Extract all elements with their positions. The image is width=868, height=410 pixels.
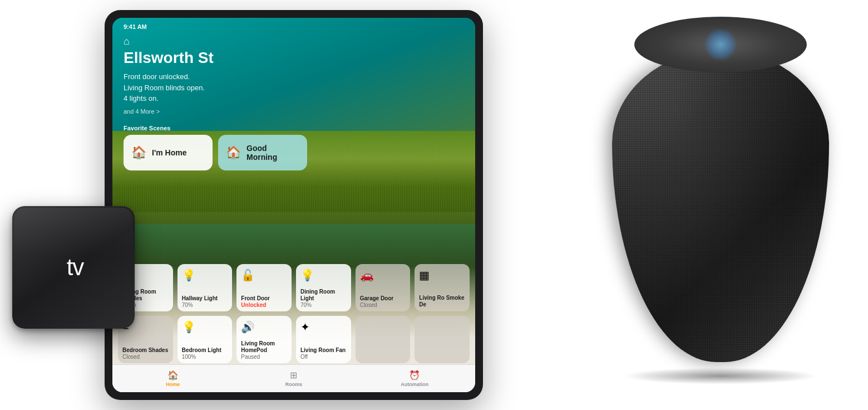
- favorite-scenes-label: Favorite Scenes: [124, 125, 170, 131]
- bedroom-light-name: Bedroom Light: [182, 347, 228, 354]
- homepod-icon: 🔊: [241, 320, 287, 334]
- im-home-label: I'm Home: [152, 148, 186, 157]
- bedroom-light-icon: 💡: [182, 320, 228, 334]
- home-subtitle: Front door unlocked. Living Room blinds …: [124, 71, 205, 104]
- tab-rooms[interactable]: ⊞ Rooms: [233, 370, 354, 387]
- good-morning-label: Good Morning: [246, 144, 299, 162]
- homepod-name: Living Room HomePod: [241, 340, 287, 354]
- front-door-name: Front Door: [241, 295, 287, 302]
- scene-cards: 🏠 I'm Home 🏠 Good Morning: [124, 135, 307, 170]
- homepod-body: [595, 17, 829, 379]
- dining-light-name: Dining Room Light: [300, 289, 347, 302]
- bedroom-light-status: 100%: [182, 354, 228, 360]
- apple-tv: tv: [12, 206, 162, 357]
- garage-door-status: Closed: [360, 302, 406, 308]
- smoke-detector-name: Living Ro Smoke De: [419, 295, 465, 308]
- hallway-light-name: Hallway Light: [182, 295, 228, 302]
- tile-empty1: [356, 316, 411, 363]
- tab-home-label: Home: [166, 382, 180, 387]
- scene-im-home[interactable]: 🏠 I'm Home: [124, 135, 213, 170]
- status-bar: 9:41 AM: [124, 23, 464, 30]
- dining-light-icon: 💡: [300, 269, 347, 282]
- tile-fan[interactable]: ✦ Living Room Fan Off: [296, 316, 351, 363]
- homepod-cylinder: [612, 50, 829, 362]
- tab-bar: 🏠 Home ⊞ Rooms ⏰ Automation: [112, 364, 475, 392]
- home-more-link[interactable]: and 4 More >: [124, 108, 160, 115]
- front-door-icon: 🔓: [241, 269, 287, 282]
- homepod-status: Paused: [241, 354, 287, 360]
- apple-tv-logo: tv: [63, 254, 84, 281]
- smoke-detector-icon: ▦: [419, 269, 465, 282]
- fan-status: Off: [300, 354, 347, 360]
- good-morning-icon: 🏠: [226, 145, 241, 160]
- tile-hallway-light[interactable]: 💡 Hallway Light 70%: [177, 264, 233, 311]
- tab-automation[interactable]: ⏰ Automation: [354, 370, 475, 387]
- tile-smoke-detector[interactable]: ▦ Living Ro Smoke De: [415, 264, 470, 311]
- ipad-screen: 9:41 AM ⌂ Ellsworth St Front door unlock…: [112, 18, 475, 392]
- fan-icon: ✦: [300, 320, 347, 334]
- fan-name: Living Room Fan: [300, 347, 347, 354]
- homepod-display: [704, 28, 737, 61]
- hallway-light-icon: 💡: [182, 269, 228, 282]
- homepod: [562, 0, 851, 410]
- subtitle-line3: 4 lights on.: [124, 93, 205, 104]
- home-location-title: Ellsworth St: [124, 49, 214, 67]
- tile-bedroom-light[interactable]: 💡 Bedroom Light 100%: [177, 316, 233, 363]
- home-app-icon: ⌂: [124, 36, 130, 47]
- apple-tv-text: tv: [67, 254, 84, 281]
- tab-automation-icon: ⏰: [409, 370, 420, 380]
- tab-rooms-label: Rooms: [285, 382, 303, 387]
- homepod-top: [634, 17, 807, 72]
- tab-rooms-icon: ⊞: [290, 370, 297, 380]
- im-home-icon: 🏠: [131, 145, 146, 160]
- homepod-base: [623, 368, 818, 384]
- front-door-status: Unlocked: [241, 302, 287, 308]
- hallway-light-status: 70%: [182, 302, 228, 308]
- dining-light-status: 70%: [300, 302, 347, 308]
- subtitle-line1: Front door unlocked.: [124, 71, 205, 82]
- tile-empty2: [415, 316, 470, 363]
- subtitle-line2: Living Room blinds open.: [124, 82, 205, 94]
- apple-tv-box: tv: [12, 206, 135, 329]
- tile-front-door[interactable]: 🔓 Front Door Unlocked: [236, 264, 292, 311]
- garage-door-name: Garage Door: [360, 295, 406, 302]
- scene-good-morning[interactable]: 🏠 Good Morning: [218, 135, 307, 170]
- tile-dining-room-light[interactable]: 💡 Dining Room Light 70%: [296, 264, 351, 311]
- status-time: 9:41 AM: [124, 23, 147, 30]
- tab-home-icon: 🏠: [167, 370, 179, 380]
- tab-home[interactable]: 🏠 Home: [112, 370, 233, 387]
- garage-door-icon: 🚗: [360, 269, 406, 282]
- tile-homepod[interactable]: 🔊 Living Room HomePod Paused: [236, 316, 292, 363]
- homepod-mesh: [612, 50, 829, 362]
- accessory-grid: ≡ Living Room Shades Open 💡 Hallway Ligh…: [118, 264, 470, 363]
- tile-garage-door[interactable]: 🚗 Garage Door Closed: [356, 264, 411, 311]
- tab-automation-label: Automation: [401, 382, 428, 387]
